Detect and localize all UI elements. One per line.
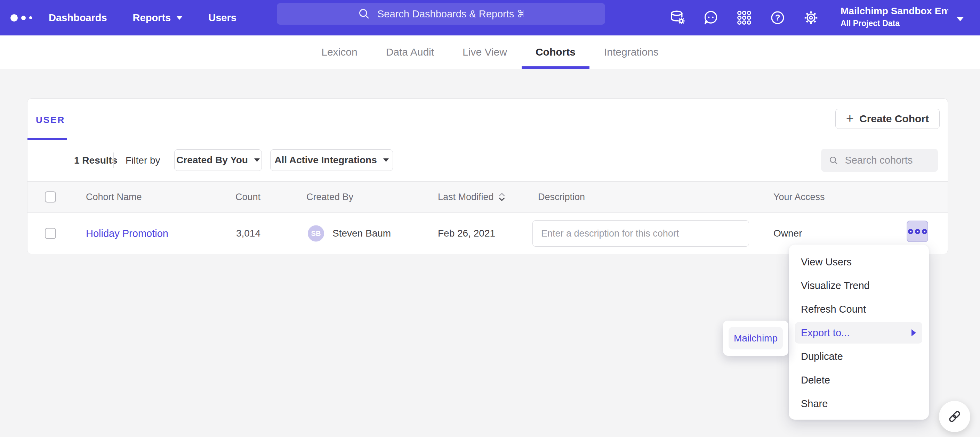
integrations-filter[interactable]: All Active Integrations <box>270 149 393 171</box>
chevron-down-icon <box>254 158 260 162</box>
dot-icon <box>922 229 927 234</box>
chevron-down-icon <box>383 158 389 162</box>
card-header: USER + Create Cohort <box>27 99 948 139</box>
data-management-icon[interactable] <box>669 10 686 26</box>
menu-item-view-users[interactable]: View Users <box>789 250 929 274</box>
search-icon <box>829 155 838 166</box>
menu-item-refresh-count[interactable]: Refresh Count <box>789 298 929 321</box>
cohorts-page: Dashboards Reports Users <box>0 0 980 437</box>
table-header: Cohort Name Count Created By Last Modifi… <box>27 181 948 212</box>
tab-user-cohorts[interactable]: USER <box>36 115 65 125</box>
nav-dashboards[interactable]: Dashboards <box>49 12 107 24</box>
feedback-icon[interactable] <box>703 10 719 26</box>
creator-name: Steven Baum <box>332 228 391 239</box>
filter-row: 1 Results Filter by Created By You All A… <box>27 139 948 181</box>
submenu-arrow-icon <box>912 329 916 336</box>
avatar: SB <box>308 225 324 242</box>
mixpanel-logo-icon[interactable] <box>10 0 32 35</box>
row-checkbox[interactable] <box>45 228 56 239</box>
plus-icon: + <box>846 111 854 125</box>
global-search[interactable] <box>277 3 605 25</box>
results-count: 1 Results <box>74 155 118 166</box>
tab-integrations[interactable]: Integrations <box>604 35 659 69</box>
global-search-input[interactable] <box>377 8 524 20</box>
header-created-by: Created By <box>306 192 353 203</box>
cohorts-card: USER + Create Cohort 1 Results Filter by… <box>27 98 948 254</box>
copy-link-button[interactable] <box>939 401 970 432</box>
tab-lexicon[interactable]: Lexicon <box>321 35 357 69</box>
project-name: Mailchimp Sandbox Env... <box>840 6 948 17</box>
export-submenu: Mailchimp <box>723 321 788 356</box>
project-chevron-down-icon[interactable] <box>956 17 964 21</box>
menu-item-delete[interactable]: Delete <box>789 368 929 392</box>
select-all-checkbox[interactable] <box>45 192 56 203</box>
apps-grid-icon[interactable] <box>736 10 752 26</box>
svg-text:?: ? <box>775 13 780 22</box>
link-icon <box>947 409 962 424</box>
menu-item-duplicate[interactable]: Duplicate <box>789 345 929 368</box>
settings-gear-icon[interactable] <box>803 10 819 26</box>
help-icon[interactable]: ? <box>769 10 786 26</box>
dot-icon <box>915 229 920 234</box>
filter-by-label: Filter by <box>126 155 160 166</box>
created-by-filter[interactable]: Created By You <box>174 149 262 171</box>
chevron-down-icon <box>176 16 183 20</box>
divider <box>113 152 114 168</box>
last-modified-date: Feb 26, 2021 <box>438 228 495 239</box>
menu-item-export-to[interactable]: Export to... <box>795 322 922 344</box>
access-level: Owner <box>773 228 802 239</box>
submenu-item-mailchimp[interactable]: Mailchimp <box>729 327 783 350</box>
top-nav: Dashboards Reports Users <box>0 0 980 35</box>
project-scope: All Project Data <box>840 19 948 28</box>
nav-users[interactable]: Users <box>208 12 237 24</box>
nav-reports[interactable]: Reports <box>133 12 183 24</box>
dot-icon <box>908 229 913 234</box>
cohort-count: 3,014 <box>194 228 261 239</box>
cohort-search-input[interactable] <box>844 154 930 166</box>
primary-nav: Dashboards Reports Users <box>49 0 237 35</box>
tab-cohorts[interactable]: Cohorts <box>536 35 576 69</box>
cohort-name-link[interactable]: Holiday Promotion <box>86 228 168 239</box>
tab-live-view[interactable]: Live View <box>463 35 507 69</box>
header-your-access: Your Access <box>773 192 825 203</box>
description-input[interactable] <box>533 228 749 239</box>
search-icon <box>358 8 371 20</box>
sort-icon <box>498 192 506 202</box>
cohort-search[interactable] <box>821 149 938 172</box>
tab-data-audit[interactable]: Data Audit <box>386 35 434 69</box>
create-cohort-button[interactable]: + Create Cohort <box>835 109 940 129</box>
header-description: Description <box>538 192 585 203</box>
data-management-tabs: Lexicon Data Audit Live View Cohorts Int… <box>0 35 980 69</box>
description-field-wrap <box>533 220 749 247</box>
row-more-options-button[interactable] <box>907 220 928 242</box>
menu-item-visualize-trend[interactable]: Visualize Trend <box>789 274 929 298</box>
row-context-menu: View Users Visualize Trend Refresh Count… <box>789 245 929 420</box>
header-last-modified[interactable]: Last Modified <box>438 192 506 203</box>
menu-item-share[interactable]: Share <box>789 392 929 415</box>
header-count: Count <box>194 192 261 203</box>
project-selector[interactable]: Mailchimp Sandbox Env... All Project Dat… <box>840 6 948 28</box>
header-cohort-name: Cohort Name <box>86 192 142 203</box>
top-nav-icons: ? <box>669 0 819 35</box>
